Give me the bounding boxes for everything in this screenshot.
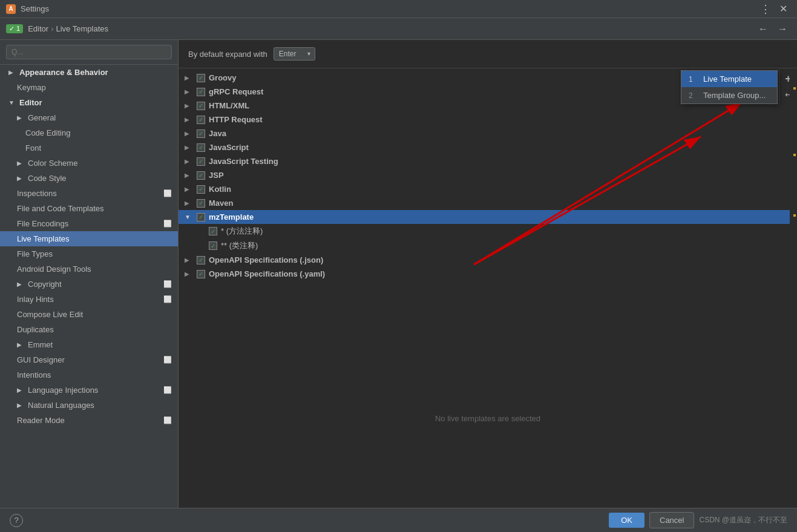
template-group-http-request[interactable]: ▶ HTTP Request: [179, 113, 797, 126]
checkbox-mztemplate[interactable]: [197, 213, 205, 222]
template-group-openapi-json[interactable]: ▶ OpenAPI Specifications (.json): [179, 253, 797, 267]
sidebar-item-file-types[interactable]: File Types: [0, 246, 178, 261]
template-group-javascript[interactable]: ▶ JavaScript: [179, 140, 797, 154]
expand-arrow: ▶: [185, 144, 193, 151]
sidebar-item-emmet[interactable]: ▶ Emmet: [0, 337, 178, 352]
template-group-js-testing[interactable]: ▶ JavaScript Testing: [179, 154, 797, 168]
template-group-java[interactable]: ▶ Java: [179, 126, 797, 140]
sidebar-item-intentions[interactable]: Intentions: [0, 367, 178, 383]
checkbox-groovy[interactable]: [197, 74, 205, 82]
menu-item-template-group[interactable]: 2 Template Group...: [681, 87, 777, 103]
watermark: CSDN @道虽迩，不行不至: [699, 515, 787, 525]
search-box: [0, 40, 178, 65]
main-content: By default expand with Enter Tab Space ▶…: [179, 40, 797, 508]
sidebar-item-file-code-templates[interactable]: File and Code Templates: [0, 201, 178, 216]
badge-lang-inj: ⬜: [163, 386, 172, 394]
sidebar-item-code-style[interactable]: ▶ Code Style: [0, 171, 178, 186]
sidebar-item-natural-languages[interactable]: ▶ Natural Languages: [0, 398, 178, 413]
group-label: Maven: [209, 199, 233, 208]
template-group-jsp[interactable]: ▶ JSP: [179, 168, 797, 182]
sidebar-item-keymap[interactable]: Keymap: [0, 80, 178, 95]
sidebar-item-inspections[interactable]: Inspections ⬜: [0, 186, 178, 201]
checkbox-jsp[interactable]: [197, 171, 205, 180]
sidebar-item-label: Editor: [19, 98, 42, 107]
expand-arrow: ▶: [185, 200, 193, 206]
checkbox-method-comment[interactable]: [209, 227, 217, 235]
sidebar-item-font[interactable]: Font: [0, 140, 178, 156]
badge-copyright: ⬜: [163, 280, 172, 288]
checkbox-javascript[interactable]: [197, 143, 205, 152]
bottom-bar: ? OK Cancel CSDN @道虽迩，不行不至: [0, 508, 797, 532]
ok-button[interactable]: OK: [609, 513, 644, 528]
app-icon: A: [6, 4, 16, 14]
sidebar-item-android-design-tools[interactable]: Android Design Tools: [0, 261, 178, 277]
search-input[interactable]: [6, 45, 172, 59]
sidebar-item-compose-live-edit[interactable]: Compose Live Edit: [0, 307, 178, 322]
checkbox-http-request[interactable]: [197, 116, 205, 124]
sidebar-item-editor[interactable]: ▼ Editor: [0, 95, 178, 110]
breadcrumb-current: Live Templates: [56, 24, 108, 33]
sidebar-item-gui-designer[interactable]: GUI Designer ⬜: [0, 352, 178, 367]
help-button[interactable]: ?: [10, 514, 23, 527]
expand-icon: ▶: [17, 341, 24, 348]
expand-label: By default expand with: [188, 50, 267, 59]
expand-arrow: ▶: [185, 116, 193, 123]
sidebar-item-file-encodings[interactable]: File Encodings ⬜: [0, 216, 178, 231]
expand-icon: ▶: [17, 175, 24, 182]
template-group-mztemplate[interactable]: ▼ mzTemplate: [179, 210, 797, 224]
checkbox-grpc[interactable]: [197, 88, 205, 96]
template-group-maven[interactable]: ▶ Maven: [179, 196, 797, 210]
sidebar-item-color-scheme[interactable]: ▶ Color Scheme: [0, 156, 178, 171]
breadcrumb-separator: ›: [51, 24, 53, 33]
menu-item-label: Live Template: [703, 74, 752, 84]
no-selection-text: No live templates are selected: [179, 414, 797, 423]
sidebar-item-general[interactable]: ▶ General: [0, 110, 178, 125]
template-group-openapi-yaml[interactable]: ▶ OpenAPI Specifications (.yaml): [179, 267, 797, 281]
sidebar-item-label: Duplicates: [17, 325, 54, 334]
sidebar-item-language-injections[interactable]: ▶ Language Injections ⬜: [0, 383, 178, 398]
badge-reader: ⬜: [163, 416, 172, 424]
close-button[interactable]: ✕: [776, 2, 791, 16]
checkbox-html-xml[interactable]: [197, 102, 205, 110]
sidebar-item-code-editing[interactable]: Code Editing: [0, 125, 178, 140]
group-label: JavaScript Testing: [209, 157, 278, 166]
sidebar-item-label: File Encodings: [17, 219, 68, 228]
sidebar-item-label: Natural Languages: [28, 401, 94, 410]
template-item-class-comment[interactable]: ** (类注释): [179, 238, 797, 253]
sidebar-item-reader-mode[interactable]: Reader Mode ⬜: [0, 413, 178, 428]
template-item-method-comment[interactable]: * (方法注释): [179, 224, 797, 238]
forward-button[interactable]: →: [774, 22, 791, 36]
sidebar-item-label: Language Injections: [28, 386, 98, 395]
checkbox-java[interactable]: [197, 130, 205, 138]
checkbox-js-testing[interactable]: [197, 157, 205, 166]
cancel-button[interactable]: Cancel: [649, 512, 694, 528]
sidebar-item-copyright[interactable]: ▶ Copyright ⬜: [0, 277, 178, 292]
breadcrumb-editor[interactable]: Editor: [28, 24, 48, 33]
checkbox-class-comment[interactable]: [209, 241, 217, 250]
sidebar-item-label: Live Templates: [17, 234, 69, 243]
template-group-kotlin[interactable]: ▶ Kotlin: [179, 182, 797, 196]
sidebar-item-live-templates[interactable]: Live Templates: [0, 231, 178, 246]
checkbox-openapi-yaml[interactable]: [197, 270, 205, 278]
expand-icon: ▼: [8, 99, 16, 106]
sidebar-item-duplicates[interactable]: Duplicates: [0, 322, 178, 337]
scroll-indicator-3: [793, 214, 796, 217]
item-label: * (方法注释): [221, 226, 263, 237]
expand-dropdown[interactable]: Enter Tab Space: [274, 47, 315, 61]
group-label: HTTP Request: [209, 115, 263, 124]
bottom-bar-left: ?: [10, 514, 23, 527]
expand-options: By default expand with Enter Tab Space: [179, 40, 797, 68]
more-options-icon[interactable]: ⋮: [760, 2, 771, 16]
item-label: ** (类注释): [221, 240, 258, 251]
back-button[interactable]: ←: [755, 22, 772, 36]
sidebar-item-appearance[interactable]: ▶ Appearance & Behavior: [0, 65, 178, 80]
checkbox-kotlin[interactable]: [197, 185, 205, 194]
expand-arrow: ▶: [185, 158, 193, 165]
sidebar-item-inlay-hints[interactable]: Inlay Hints ⬜: [0, 292, 178, 307]
checkbox-maven[interactable]: [197, 199, 205, 208]
nav-arrows: ← →: [755, 22, 791, 36]
expand-arrow: ▶: [185, 186, 193, 192]
menu-item-live-template[interactable]: 1 Live Template: [681, 71, 777, 87]
expand-dropdown-wrapper: Enter Tab Space: [274, 47, 315, 61]
checkbox-openapi-json[interactable]: [197, 256, 205, 264]
